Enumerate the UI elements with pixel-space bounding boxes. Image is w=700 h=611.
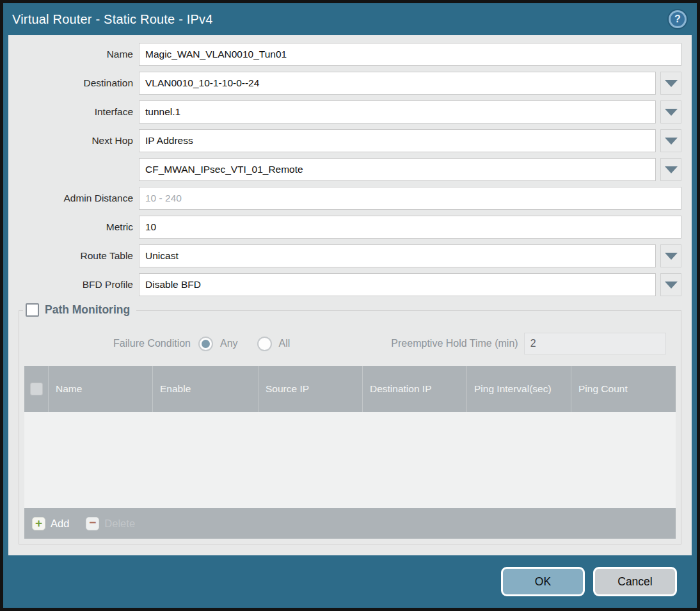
path-monitoring-title: Path Monitoring (45, 303, 130, 317)
next-hop-address-input[interactable] (139, 158, 656, 181)
destination-dropdown-button[interactable] (660, 72, 681, 95)
failure-condition-any-label: Any (220, 338, 238, 349)
name-field-wrap (139, 43, 681, 66)
form-row-route-table: Route Table (19, 244, 681, 267)
form-row-next-hop-address (19, 158, 681, 181)
table-header-row: Name Enable Source IP Destination IP Pin… (24, 366, 676, 412)
interface-dropdown-button[interactable] (660, 100, 681, 123)
form-row-destination: Destination (19, 72, 681, 95)
form-row-next-hop: Next Hop (19, 129, 681, 152)
next-hop-address-field-wrap (139, 158, 681, 181)
path-monitoring-options-row: Failure Condition Any All Preemptive Hol… (24, 333, 676, 354)
static-route-dialog: Virtual Router - Static Route - IPv4 ? N… (0, 0, 700, 611)
chevron-down-icon (665, 166, 678, 173)
form-row-interface: Interface (19, 100, 681, 123)
preemptive-hold-time-input[interactable] (524, 333, 666, 354)
form-row-metric: Metric (19, 216, 681, 239)
path-monitoring-table: Name Enable Source IP Destination IP Pin… (24, 366, 676, 539)
chevron-down-icon (665, 138, 678, 145)
table-header-ping-count[interactable]: Ping Count (571, 366, 676, 412)
admin-distance-label: Admin Distance (19, 193, 139, 204)
interface-input[interactable] (139, 100, 656, 123)
failure-condition-label: Failure Condition (24, 338, 198, 349)
name-label: Name (19, 49, 139, 60)
preemptive-hold-time-label: Preemptive Hold Time (min) (391, 338, 518, 349)
next-hop-field-wrap (139, 129, 681, 152)
delete-button-label: Delete (104, 518, 135, 530)
destination-label: Destination (19, 77, 139, 89)
chevron-down-icon (665, 109, 678, 116)
admin-distance-field-wrap (139, 187, 681, 210)
plus-icon: + (32, 517, 45, 530)
interface-label: Interface (19, 106, 139, 118)
table-header-enable[interactable]: Enable (152, 366, 258, 412)
table-header-destination-ip[interactable]: Destination IP (362, 366, 466, 412)
route-table-field-wrap (139, 244, 681, 267)
bfd-profile-field-wrap (139, 273, 681, 296)
add-button-label: Add (51, 518, 69, 530)
bfd-profile-dropdown-button[interactable] (660, 273, 681, 296)
table-header-ping-interval[interactable]: Ping Interval(sec) (466, 366, 571, 412)
dialog-titlebar: Virtual Router - Static Route - IPv4 ? (3, 3, 697, 35)
route-table-dropdown-button[interactable] (660, 244, 681, 267)
form-row-name: Name (19, 43, 681, 66)
path-monitoring-checkbox[interactable] (26, 303, 39, 317)
bfd-profile-label: BFD Profile (19, 279, 139, 290)
next-hop-type-input[interactable] (139, 129, 656, 152)
form-row-admin-distance: Admin Distance (19, 187, 681, 210)
path-monitoring-section: Path Monitoring Failure Condition Any Al… (19, 310, 681, 544)
table-header-name[interactable]: Name (48, 366, 152, 412)
route-table-label: Route Table (19, 250, 139, 262)
failure-condition-any-radio[interactable] (198, 337, 213, 351)
help-icon[interactable]: ? (669, 10, 687, 28)
next-hop-label: Next Hop (19, 135, 139, 147)
metric-input[interactable] (139, 216, 681, 239)
bfd-profile-input[interactable] (139, 273, 656, 296)
route-table-input[interactable] (139, 244, 656, 267)
chevron-down-icon (665, 80, 678, 87)
dialog-content: Name Destination Interface Next Hop (8, 35, 692, 555)
admin-distance-input[interactable] (139, 187, 681, 210)
next-hop-dropdown-button[interactable] (660, 129, 681, 152)
minus-icon: − (86, 517, 99, 530)
chevron-down-icon (665, 282, 678, 289)
select-all-checkbox[interactable] (30, 383, 43, 395)
metric-field-wrap (139, 216, 681, 239)
path-monitoring-legend: Path Monitoring (23, 302, 136, 318)
cancel-button[interactable]: Cancel (593, 567, 677, 596)
dialog-title: Virtual Router - Static Route - IPv4 (12, 12, 213, 27)
chevron-down-icon (665, 253, 678, 260)
dialog-footer: OK Cancel (3, 555, 697, 608)
next-hop-address-dropdown-button[interactable] (660, 158, 681, 181)
failure-condition-all-label: All (279, 338, 290, 349)
table-header-source-ip[interactable]: Source IP (258, 366, 362, 412)
table-header-select-all-cell (24, 366, 48, 412)
metric-label: Metric (19, 221, 139, 233)
failure-condition-all-radio[interactable] (257, 337, 272, 351)
table-body-empty (24, 412, 676, 508)
destination-field-wrap (139, 72, 681, 95)
delete-button[interactable]: − Delete (86, 517, 135, 530)
table-toolbar: + Add − Delete (24, 508, 676, 539)
form-row-bfd-profile: BFD Profile (19, 273, 681, 296)
ok-button[interactable]: OK (501, 567, 585, 596)
name-input[interactable] (139, 43, 681, 66)
interface-field-wrap (139, 100, 681, 123)
add-button[interactable]: + Add (32, 517, 69, 530)
destination-input[interactable] (139, 72, 656, 95)
